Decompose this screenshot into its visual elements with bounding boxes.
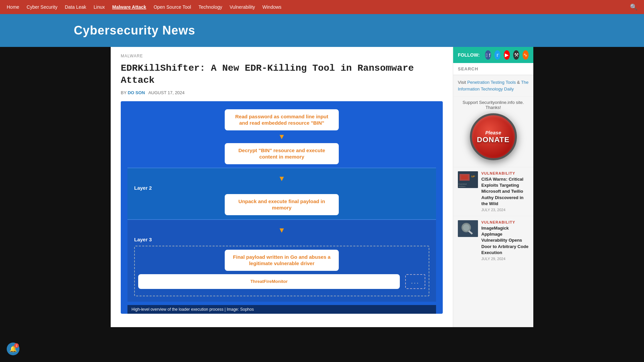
- nav-data-leak[interactable]: Data Leak: [65, 4, 86, 10]
- article-meta: BY DO SON AUGUST 17, 2024: [121, 90, 443, 95]
- notification-bell[interactable]: 🔔 1: [7, 343, 19, 355]
- nav-technology[interactable]: Technology: [199, 4, 222, 10]
- follow-bar: FOLLOW:  f 𝕣 ▶ ⚒ ∿: [453, 47, 533, 63]
- diagram: Read password as command line input and …: [121, 101, 443, 314]
- related-title-2[interactable]: ImageMagick AppImage Vulnerability Opens…: [481, 225, 529, 256]
- diagram-box-3: Unpack and execute final payload in memo…: [225, 194, 339, 215]
- main-content: MALWARE EDRKillShifter: A New EDR-Killin…: [111, 47, 453, 327]
- layer3-label: Layer 3: [134, 237, 429, 242]
- sidebar: FOLLOW:  f 𝕣 ▶ ⚒ ∿ SEARCH Visit Penetra…: [453, 47, 533, 327]
- donate-please: Please: [485, 130, 501, 135]
- nav-malware-attack[interactable]: Malware Attack: [112, 4, 146, 10]
- nav-vulnerability[interactable]: Vulnerability: [230, 4, 255, 10]
- by-label: BY: [121, 90, 126, 95]
- breadcrumb: MALWARE: [121, 54, 443, 58]
- layer-bottom-row: ThreatFireMonitor ...: [138, 274, 425, 292]
- notification-badge: 1: [14, 343, 19, 348]
- diagram-box-2: Decrypt "BIN" resource and execute conte…: [225, 143, 339, 164]
- rss-icon[interactable]: ∿: [523, 50, 529, 60]
- diagram-box-1: Read password as command line input and …: [225, 109, 339, 130]
- donate-text: DONATE: [477, 135, 509, 144]
- author-link[interactable]: DO SON: [128, 90, 145, 95]
- layer-2-section: ▼ Layer 2 Unpack and execute final paylo…: [127, 168, 436, 220]
- support-text: Support Securityonline.info site. Thanks…: [458, 100, 529, 110]
- svg-text:UP: UP: [471, 175, 475, 178]
- youtube-icon[interactable]: ▶: [504, 50, 510, 60]
- bottom-left-box: ThreatFireMonitor: [138, 274, 400, 289]
- article-title: EDRKillShifter: A New EDR-Killing Tool i…: [121, 62, 443, 87]
- related-thumb-2: [458, 220, 478, 237]
- diagram-caption: High-level overview of the loader execut…: [127, 305, 436, 314]
- layer2-label: Layer 2: [134, 185, 429, 191]
- visit-prefix: Visit: [458, 80, 466, 85]
- related-info-1: VULNERABILITY CISA Warns: Critical Explo…: [481, 171, 529, 212]
- related-info-2: VULNERABILITY ImageMagick AppImage Vulne…: [481, 220, 529, 261]
- nav-open-source-tool[interactable]: Open Source Tool: [154, 4, 191, 10]
- nav-home[interactable]: Home: [7, 4, 19, 10]
- related-thumb-1: UP Exploited Abilities: [458, 171, 478, 188]
- related-tag-1: VULNERABILITY: [481, 171, 529, 175]
- support-section: Support Securityonline.info site. Thanks…: [453, 97, 533, 167]
- related-article-1: UP Exploited Abilities VULNERABILITY CIS…: [453, 167, 533, 216]
- site-title: Cybersecurity News: [74, 23, 570, 38]
- twitter-icon[interactable]: 𝕣: [494, 50, 500, 60]
- search-icon[interactable]: 🔍: [630, 3, 637, 11]
- visit-link-1[interactable]: Penetration Testing Tools: [467, 80, 516, 85]
- svg-text:Exploited: Exploited: [459, 183, 467, 185]
- sidebar-visit: Visit Penetration Testing Tools & The In…: [453, 75, 533, 97]
- related-date-2: JULY 29, 2024: [481, 257, 529, 261]
- bottom-ellipsis: ...: [405, 274, 425, 289]
- layer-3-section: ▼ Layer 3 Final payload written in Go an…: [127, 220, 436, 302]
- related-date-1: JULY 23, 2024: [481, 208, 529, 212]
- sidebar-search-label: SEARCH: [453, 63, 533, 75]
- nav-cyber-security[interactable]: Cyber Security: [26, 4, 57, 10]
- nav-windows[interactable]: Windows: [262, 4, 281, 10]
- diagram-arrow-3: ▼: [134, 226, 429, 235]
- follow-label: FOLLOW:: [458, 52, 480, 58]
- nav-linux[interactable]: Linux: [94, 4, 105, 10]
- svg-text:Abilities: Abilities: [459, 185, 466, 187]
- svg-point-8: [463, 224, 470, 231]
- article-date: AUGUST 17, 2024: [148, 90, 184, 95]
- related-title-1[interactable]: CISA Warns: Critical Exploits Targeting …: [481, 176, 529, 207]
- site-header: Cybersecurity News: [0, 14, 644, 47]
- donate-button[interactable]: Please DONATE: [470, 113, 517, 160]
- diagram-arrow-2: ▼: [134, 174, 429, 183]
- svg-rect-2: [461, 175, 468, 179]
- facebook-icon[interactable]:  f: [485, 50, 491, 60]
- diagram-box-4: Final payload written in Go and abuses a…: [225, 250, 339, 271]
- related-tag-2: VULNERABILITY: [481, 220, 529, 224]
- diagram-arrow-1: ▼: [127, 132, 436, 141]
- dashed-container: Final payload written in Go and abuses a…: [134, 246, 429, 296]
- github-icon[interactable]: ⚒: [513, 50, 519, 60]
- top-navigation: Home Cyber Security Data Leak Linux Malw…: [0, 0, 644, 14]
- related-article-2: VULNERABILITY ImageMagick AppImage Vulne…: [453, 216, 533, 265]
